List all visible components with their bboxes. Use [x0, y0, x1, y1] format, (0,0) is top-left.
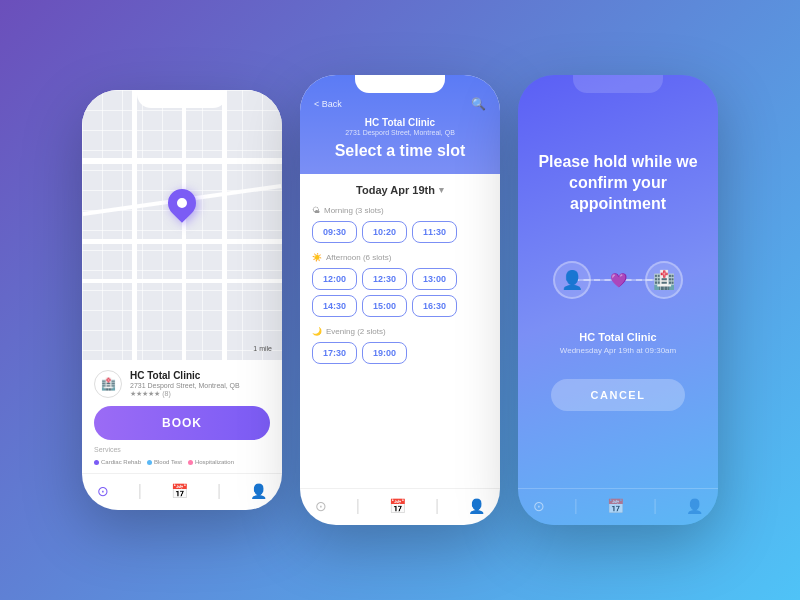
nav-calendar-icon-2[interactable]: 📅 — [389, 498, 406, 514]
header-clinic-name: HC Total Clinic — [314, 117, 486, 128]
nav-home-icon-2[interactable]: ⊙ — [315, 498, 327, 514]
confirm-clinic-name: HC Total Clinic — [579, 331, 656, 343]
map-area: 1 mile — [82, 90, 282, 360]
nav-home-icon-3[interactable]: ⊙ — [533, 498, 545, 514]
map-road — [182, 90, 186, 360]
service-cardiac: Cardiac Rehab — [94, 459, 141, 465]
service-blood: Blood Test — [147, 459, 182, 465]
nav-profile-icon-2[interactable]: 👤 — [468, 498, 485, 514]
clinic-address: 2731 Despord Street, Montreal, QB — [130, 382, 240, 389]
slot-1730[interactable]: 17:30 — [312, 342, 357, 364]
header-clinic-address: 2731 Despord Street, Montreal, QB — [314, 129, 486, 136]
nav-home-icon[interactable]: ⊙ — [97, 483, 109, 499]
slot-0930[interactable]: 09:30 — [312, 221, 357, 243]
bottom-nav-1: ⊙ | 📅 | 👤 — [82, 473, 282, 510]
slot-1230[interactable]: 12:30 — [362, 268, 407, 290]
animation-area: 👤 💜 🏥 — [553, 245, 683, 315]
clinic-icon: 🏥 — [94, 370, 122, 398]
morning-slots: 09:30 10:20 11:30 — [312, 221, 488, 243]
evening-section: 🌙Evening (2 slots) 17:30 19:00 — [312, 327, 488, 364]
afternoon-label: ☀️Afternoon (6 slots) — [312, 253, 488, 262]
services-label: Services — [94, 446, 270, 453]
slot-1430[interactable]: 14:30 — [312, 295, 357, 317]
search-icon[interactable]: 🔍 — [471, 97, 486, 111]
clinic-card: 🏥 HC Total Clinic 2731 Despord Street, M… — [82, 360, 282, 473]
phone-map: 1 mile 🏥 HC Total Clinic 2731 Despord St… — [82, 90, 282, 510]
phone-confirm: Please hold while we confirm your appoin… — [518, 75, 718, 525]
back-button[interactable]: < Back — [314, 99, 342, 109]
clinic-rating: ★★★★★ (8) — [130, 389, 240, 398]
clinic-name: HC Total Clinic — [130, 370, 240, 381]
bottom-nav-2: ⊙ | 📅 | 👤 — [300, 488, 500, 525]
slot-1300[interactable]: 13:00 — [412, 268, 457, 290]
phone-notch-2 — [355, 75, 445, 93]
select-slot-title: Select a time slot — [314, 142, 486, 160]
slot-1020[interactable]: 10:20 — [362, 221, 407, 243]
afternoon-section: ☀️Afternoon (6 slots) 12:00 12:30 13:00 … — [312, 253, 488, 317]
phone-notch-1 — [137, 90, 227, 108]
service-hospital: Hospitalization — [188, 459, 234, 465]
slot-body: Today Apr 19th ▾ 🌤Morning (3 slots) 09:3… — [300, 174, 500, 488]
date-label: Today Apr 19th — [356, 184, 435, 196]
nav-profile-icon-3[interactable]: 👤 — [686, 498, 703, 514]
chevron-down-icon: ▾ — [439, 185, 444, 195]
evening-slots: 17:30 19:00 — [312, 342, 488, 364]
slot-1630[interactable]: 16:30 — [412, 295, 457, 317]
map-scale: 1 mile — [253, 345, 272, 352]
slot-1200[interactable]: 12:00 — [312, 268, 357, 290]
book-button[interactable]: BOOK — [94, 406, 270, 440]
morning-label: 🌤Morning (3 slots) — [312, 206, 488, 215]
confirm-date: Wednesday Apr 19th at 09:30am — [560, 346, 676, 355]
map-road — [222, 90, 227, 360]
services-row: Cardiac Rehab Blood Test Hospitalization — [94, 455, 270, 467]
evening-label: 🌙Evening (2 slots) — [312, 327, 488, 336]
slot-1500[interactable]: 15:00 — [362, 295, 407, 317]
user-avatar-icon: 👤 — [553, 261, 591, 299]
morning-section: 🌤Morning (3 slots) 09:30 10:20 11:30 — [312, 206, 488, 243]
date-row[interactable]: Today Apr 19th ▾ — [312, 184, 488, 196]
clinic-icon-anim: 🏥 — [645, 261, 683, 299]
slot-1130[interactable]: 11:30 — [412, 221, 457, 243]
phone-notch-3 — [573, 75, 663, 93]
cancel-button[interactable]: CANCEL — [551, 379, 686, 411]
heart-icon: 💜 — [610, 272, 627, 288]
confirm-body: Please hold while we confirm your appoin… — [518, 75, 718, 488]
nav-profile-icon[interactable]: 👤 — [250, 483, 267, 499]
phone-timeslot: < Back 🔍 HC Total Clinic 2731 Despord St… — [300, 75, 500, 525]
confirm-title: Please hold while we confirm your appoin… — [534, 152, 702, 214]
nav-calendar-icon-3[interactable]: 📅 — [607, 498, 624, 514]
map-road — [132, 90, 137, 360]
afternoon-slots: 12:00 12:30 13:00 14:30 15:00 16:30 — [312, 268, 488, 317]
slot-1900[interactable]: 19:00 — [362, 342, 407, 364]
bottom-nav-3: ⊙ | 📅 | 👤 — [518, 488, 718, 525]
nav-calendar-icon[interactable]: 📅 — [171, 483, 188, 499]
